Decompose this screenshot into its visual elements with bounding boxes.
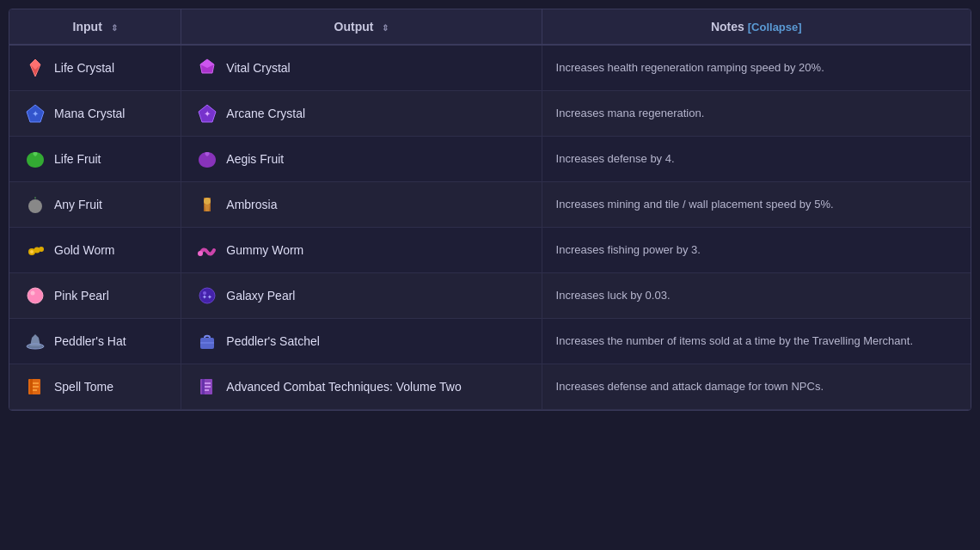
output-item-name: Vital Crystal: [226, 61, 290, 75]
notes-cell: Increases health regeneration ramping sp…: [542, 45, 971, 91]
output-item: Aegis Fruit: [195, 147, 527, 171]
icon-mana-crystal-icon: ✦: [23, 101, 47, 125]
output-item-name: Gummy Worm: [226, 243, 303, 257]
input-cell: Gold Worm: [9, 228, 181, 273]
output-item-name: Ambrosia: [226, 198, 277, 211]
output-item-name: Galaxy Pearl: [226, 289, 295, 302]
notes-cell: Increases defense by 4.: [542, 137, 971, 182]
svg-point-16: [31, 291, 35, 296]
input-item-name: Life Fruit: [54, 152, 101, 166]
notes-text: Increases mining and tile / wall placeme…: [556, 198, 834, 211]
output-sort-icon[interactable]: ⇕: [382, 23, 389, 33]
notes-cell: Increases the number of items sold at a …: [542, 319, 971, 364]
svg-point-8: [28, 199, 42, 213]
notes-text: Increases defense by 4.: [556, 152, 675, 165]
table-row: Gold Worm Gummy Worm Increases fishing p…: [9, 228, 971, 273]
input-item: Pink Pearl: [23, 284, 167, 308]
output-item: ✦ Arcane Crystal: [195, 101, 527, 125]
output-item: Peddler's Satchel: [195, 329, 527, 353]
output-item-name: Advanced Combat Techniques: Volume Two: [226, 380, 461, 394]
input-cell: Life Crystal: [9, 45, 181, 91]
notes-text: Increases defense and attack damage for …: [556, 380, 824, 393]
header-input[interactable]: Input ⇕: [9, 9, 181, 45]
icon-gummy-worm-icon: [195, 238, 219, 262]
output-item: Ambrosia: [195, 192, 527, 217]
header-output-label: Output: [334, 20, 374, 34]
icon-galaxy-pearl-icon: ✦✦: [195, 284, 219, 308]
icon-vital-crystal-icon: [195, 56, 219, 80]
icon-arcane-crystal-icon: ✦: [195, 101, 219, 125]
svg-text:✦: ✦: [204, 109, 211, 119]
output-cell: Gummy Worm: [181, 228, 542, 273]
notes-cell: Increases luck by 0.03.: [542, 273, 971, 319]
input-item: Peddler's Hat: [23, 329, 167, 353]
input-item: Life Crystal: [23, 56, 167, 80]
output-cell: Peddler's Satchel: [181, 319, 542, 364]
input-cell: ✦ Mana Crystal: [9, 91, 181, 137]
output-cell: Advanced Combat Techniques: Volume Two: [181, 364, 542, 410]
output-item-name: Aegis Fruit: [226, 152, 284, 166]
icon-any-fruit-icon: [23, 192, 47, 217]
input-cell: Pink Pearl: [9, 273, 181, 319]
input-item-name: Life Crystal: [54, 61, 114, 75]
input-item-name: Mana Crystal: [54, 107, 125, 120]
input-item-name: Spell Tome: [54, 380, 113, 394]
table-row: ✦ Mana Crystal ✦ Arcane Crystal Increase…: [9, 91, 971, 137]
svg-point-14: [198, 251, 203, 256]
input-sort-icon[interactable]: ⇕: [111, 23, 118, 33]
icon-life-crystal-icon: [23, 56, 47, 80]
svg-text:✦✦: ✦✦: [202, 294, 212, 300]
notes-text: Increases fishing power by 3.: [556, 243, 701, 256]
output-item: Gummy Worm: [195, 238, 527, 262]
input-cell: Life Fruit: [9, 137, 181, 182]
notes-text: Increases health regeneration ramping sp…: [556, 61, 824, 74]
output-item-name: Arcane Crystal: [226, 107, 305, 120]
output-item-name: Peddler's Satchel: [226, 334, 320, 348]
notes-cell: Increases defense and attack damage for …: [542, 364, 971, 410]
input-cell: Spell Tome: [9, 364, 181, 410]
notes-cell: Increases fishing power by 3.: [542, 228, 971, 273]
table-row: Any Fruit Ambrosia Increases mining and …: [9, 182, 971, 228]
header-notes-label: Notes: [711, 20, 744, 34]
icon-ambrosia-icon: [195, 192, 219, 217]
input-item-name: Peddler's Hat: [54, 334, 126, 348]
icon-advanced-combat-icon: [195, 375, 219, 399]
table-row: Life Crystal Vital Crystal Increases hea…: [9, 45, 971, 91]
output-cell: ✦ Arcane Crystal: [181, 91, 542, 137]
input-item-name: Pink Pearl: [54, 289, 109, 302]
output-cell: Vital Crystal: [181, 45, 542, 91]
input-item-name: Gold Worm: [54, 243, 115, 257]
input-item: Life Fruit: [23, 147, 167, 171]
table-body: Life Crystal Vital Crystal Increases hea…: [9, 45, 971, 410]
input-item-name: Any Fruit: [54, 198, 102, 211]
input-cell: Any Fruit: [9, 182, 181, 228]
notes-cell: Increases mana regeneration.: [542, 91, 971, 137]
table-row: Pink Pearl ✦✦ Galaxy Pearl Increases luc…: [9, 273, 971, 319]
output-cell: Ambrosia: [181, 182, 542, 228]
svg-point-9: [204, 198, 211, 205]
table-row: Life Fruit Aegis Fruit Increases defense…: [9, 137, 971, 182]
output-item: Vital Crystal: [195, 56, 527, 80]
icon-aegis-fruit-icon: [195, 147, 219, 171]
collapse-button[interactable]: [Collapse]: [748, 21, 802, 34]
header-output[interactable]: Output ⇕: [181, 9, 542, 45]
svg-point-13: [30, 250, 34, 254]
icon-life-fruit-icon: [23, 147, 47, 171]
notes-text: Increases the number of items sold at a …: [556, 334, 913, 347]
svg-rect-25: [30, 379, 33, 394]
svg-point-15: [28, 288, 43, 303]
icon-gold-worm-icon: [23, 238, 47, 262]
input-item: ✦ Mana Crystal: [23, 101, 167, 125]
notes-text: Increases mana regeneration.: [556, 107, 705, 119]
output-cell: Aegis Fruit: [181, 137, 542, 182]
input-cell: Peddler's Hat: [9, 319, 181, 364]
output-item: ✦✦ Galaxy Pearl: [195, 284, 527, 308]
input-item: Spell Tome: [23, 375, 167, 399]
input-item: Any Fruit: [23, 192, 167, 217]
svg-text:✦: ✦: [32, 109, 39, 119]
notes-cell: Increases mining and tile / wall placeme…: [542, 182, 971, 228]
output-item: Advanced Combat Techniques: Volume Two: [195, 375, 527, 399]
main-table-container: Input ⇕ Output ⇕ Notes [Collapse] Life C…: [9, 9, 971, 411]
icon-peddlers-satchel-icon: [195, 329, 219, 353]
header-notes[interactable]: Notes [Collapse]: [542, 9, 971, 45]
